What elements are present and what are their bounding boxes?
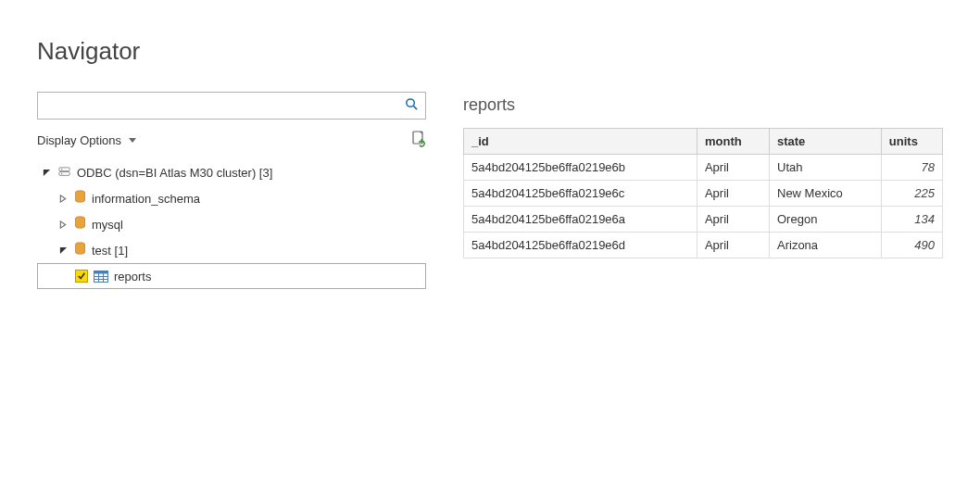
navigator-tree: ODBC (dsn=BI Atlas M30 cluster) [3] info… xyxy=(37,159,426,289)
page-title: Navigator xyxy=(37,37,943,66)
table-cell: April xyxy=(697,207,769,233)
expand-icon[interactable] xyxy=(57,195,69,203)
svg-point-0 xyxy=(407,99,414,107)
database-icon xyxy=(74,190,86,207)
table-icon xyxy=(94,271,108,283)
display-options-label: Display Options xyxy=(37,133,121,147)
tree-item-test[interactable]: test [1] xyxy=(37,237,426,263)
tree-item-information-schema[interactable]: information_schema xyxy=(37,185,426,211)
database-icon xyxy=(74,216,86,233)
table-cell: 5a4bd204125be6ffa0219e6a xyxy=(464,207,697,233)
table-row[interactable]: 5a4bd204125be6ffa0219e6cAprilNew Mexico2… xyxy=(464,181,943,207)
table-header-row: _idmonthstateunits xyxy=(464,129,943,155)
table-cell: 78 xyxy=(881,155,942,181)
table-cell: 134 xyxy=(881,207,942,233)
table-column-header[interactable]: state xyxy=(770,129,882,155)
table-cell: Utah xyxy=(770,155,882,181)
table-cell: 5a4bd204125be6ffa0219e6b xyxy=(464,155,697,181)
search-icon[interactable] xyxy=(405,97,419,114)
svg-point-5 xyxy=(61,169,63,170)
table-column-header[interactable]: units xyxy=(881,129,942,155)
display-options-dropdown[interactable]: Display Options xyxy=(37,133,136,147)
refresh-icon[interactable] xyxy=(411,131,426,150)
preview-title: reports xyxy=(463,95,943,115)
table-cell: 5a4bd204125be6ffa0219e6d xyxy=(464,233,697,258)
table-cell: April xyxy=(697,181,769,207)
checkbox-checked-icon[interactable] xyxy=(75,270,88,283)
table-row[interactable]: 5a4bd204125be6ffa0219e6aAprilOregon134 xyxy=(464,207,943,233)
expand-icon[interactable] xyxy=(57,220,69,229)
collapse-icon[interactable] xyxy=(57,246,69,255)
table-cell: Arizona xyxy=(770,233,882,258)
table-cell: 225 xyxy=(881,181,942,207)
tree-item-label: mysql xyxy=(92,218,123,232)
table-row[interactable]: 5a4bd204125be6ffa0219e6dAprilArizona490 xyxy=(464,233,943,258)
tree-item-reports[interactable]: reports xyxy=(37,263,426,289)
table-cell: Oregon xyxy=(770,207,882,233)
preview-panel: reports _idmonthstateunits 5a4bd204125be… xyxy=(463,92,943,289)
table-cell: New Mexico xyxy=(770,181,882,207)
svg-rect-4 xyxy=(59,171,69,175)
database-icon xyxy=(74,242,86,258)
svg-rect-3 xyxy=(59,167,69,170)
table-column-header[interactable]: _id xyxy=(464,129,697,155)
server-icon xyxy=(57,166,71,180)
table-row[interactable]: 5a4bd204125be6ffa0219e6bAprilUtah78 xyxy=(464,155,943,181)
table-cell: April xyxy=(697,155,769,181)
svg-rect-11 xyxy=(94,271,108,273)
table-cell: April xyxy=(697,233,769,258)
table-cell: 5a4bd204125be6ffa0219e6c xyxy=(464,181,697,207)
table-column-header[interactable]: month xyxy=(697,129,769,155)
search-input[interactable] xyxy=(37,92,426,120)
tree-root-label: ODBC (dsn=BI Atlas M30 cluster) [3] xyxy=(77,166,272,180)
tree-item-label: test [1] xyxy=(92,244,128,258)
chevron-down-icon xyxy=(129,138,136,143)
tree-root-odbc[interactable]: ODBC (dsn=BI Atlas M30 cluster) [3] xyxy=(37,159,426,185)
tree-item-mysql[interactable]: mysql xyxy=(37,211,426,237)
tree-item-label: information_schema xyxy=(92,192,200,206)
navigator-left-panel: Display Options xyxy=(37,92,426,289)
table-cell: 490 xyxy=(881,233,942,258)
tree-item-label: reports xyxy=(114,270,151,283)
preview-table: _idmonthstateunits 5a4bd204125be6ffa0219… xyxy=(463,128,943,258)
svg-point-6 xyxy=(61,172,63,174)
svg-line-1 xyxy=(413,106,417,109)
collapse-icon[interactable] xyxy=(41,169,52,177)
